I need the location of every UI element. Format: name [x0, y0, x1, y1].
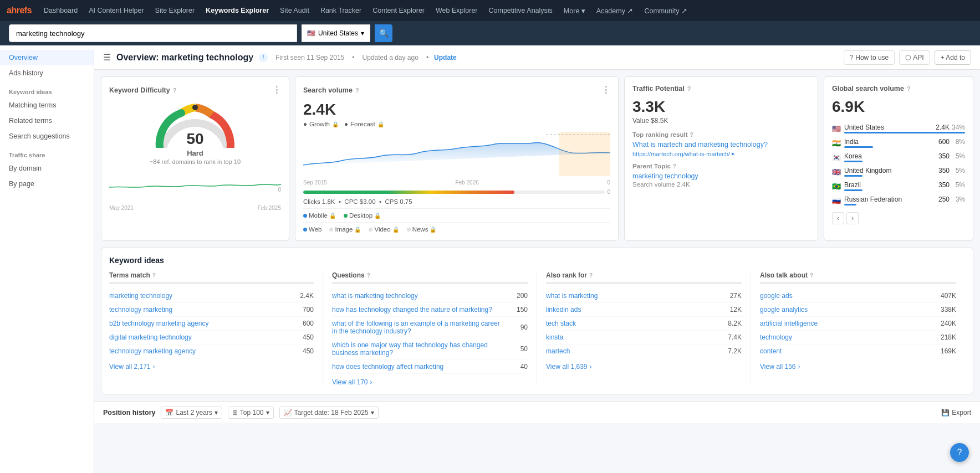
nav-keywords-explorer[interactable]: Keywords Explorer	[201, 0, 273, 21]
sv-info-icon[interactable]: ?	[355, 87, 359, 94]
ki-col-also-rank: Also rank for ? what is marketing 27K li…	[537, 271, 751, 386]
nav-more[interactable]: More ▾	[559, 0, 590, 21]
tp-parent-link[interactable]: marketing technology	[632, 172, 698, 180]
nav-site-audit[interactable]: Site Audit	[275, 0, 314, 21]
nav-dashboard[interactable]: Dashboard	[39, 0, 82, 21]
ki-term-link[interactable]: linkedin ads	[546, 306, 719, 313]
kd-menu-icon[interactable]: ⋮	[272, 85, 281, 95]
ki-term-link[interactable]: what is marketing	[546, 292, 719, 300]
search-button[interactable]: 🔍	[375, 24, 392, 42]
ki-term-link[interactable]: kinsta	[546, 333, 719, 341]
nav-web-explorer[interactable]: Web Explorer	[431, 0, 482, 21]
gsv-country-list: 🇺🇸 United States 2.4K 34% 🇮🇳 India 600 8…	[832, 121, 965, 208]
serp-image: Image 🔒	[329, 226, 361, 233]
menu-icon[interactable]: ☰	[103, 52, 111, 63]
next-arrow-button[interactable]: ›	[846, 212, 859, 224]
nav-content-explorer[interactable]: Content Explorer	[368, 0, 429, 21]
country-bar	[844, 189, 862, 191]
ki-term-link[interactable]: content	[760, 347, 934, 355]
ki-row: google analytics 338K	[760, 303, 956, 317]
ki-term-link[interactable]: how has technology changed the nature of…	[332, 306, 506, 313]
ki-term-link[interactable]: technology marketing	[109, 306, 292, 313]
nav-site-explorer[interactable]: Site Explorer	[151, 0, 200, 21]
terms-match-view-all[interactable]: View all 2,171 ›	[109, 363, 314, 371]
ph-export[interactable]: 💾 Export	[941, 409, 971, 417]
sv-chart-svg	[303, 132, 610, 176]
tp-parent-info[interactable]: ?	[673, 163, 676, 169]
country-row: 🇧🇷 Brazil 350 5%	[832, 179, 965, 193]
tp-ranking-info[interactable]: ?	[690, 132, 693, 138]
sv-serp-row: Web Image 🔒 Video 🔒 News	[303, 226, 610, 233]
ki-term-link[interactable]: digital marketing technology	[109, 333, 292, 341]
gsv-info-icon[interactable]: ?	[907, 85, 911, 92]
ki-term-link[interactable]: artificial intelligence	[760, 320, 934, 327]
ki-term-value: 200	[506, 292, 528, 300]
prev-arrow-button[interactable]: ‹	[832, 212, 844, 224]
country-bar	[844, 132, 965, 133]
ki-term-link[interactable]: b2b technology marketing agency	[109, 320, 292, 327]
ph-top-100-filter[interactable]: ⊞ Top 100 ▾	[228, 407, 274, 419]
questions-view-all[interactable]: View all 170 ›	[332, 378, 528, 386]
nav-rank-tracker[interactable]: Rank Tracker	[316, 0, 366, 21]
search-input[interactable]	[9, 24, 297, 42]
ki-term-link[interactable]: martech	[546, 347, 719, 355]
tp-card-title: Traffic Potential ?	[632, 85, 810, 92]
ki-questions-info[interactable]: ?	[367, 273, 370, 279]
chevron-right3-icon: ›	[590, 363, 592, 371]
sv-menu-icon[interactable]: ⋮	[601, 85, 610, 95]
lock2-icon: 🔒	[377, 121, 384, 127]
ph-target-date-filter[interactable]: 📈 Target date: 18 Feb 2025 ▾	[279, 407, 379, 419]
ph-last-2-years-filter[interactable]: 📅 Last 2 years ▾	[161, 407, 222, 419]
ki-term-link[interactable]: what is marketing technology	[332, 292, 506, 300]
also-rank-view-all[interactable]: View all 1,639 ›	[546, 363, 742, 371]
country-flag: 🇮🇳	[832, 139, 841, 147]
ki-term-link[interactable]: what of the following is an example of a…	[332, 320, 506, 335]
ki-term-link[interactable]: how does technology affect marketing	[332, 363, 506, 371]
tp-ranking-url[interactable]: https://martech.org/what-is-martech/ ▸	[632, 150, 810, 157]
info-icon[interactable]: !	[259, 53, 268, 62]
update-link[interactable]: Update	[434, 54, 457, 61]
country-row: 🇬🇧 United Kingdom 350 5%	[832, 164, 965, 179]
ki-row: google ads 407K	[760, 289, 956, 303]
help-bubble[interactable]: ?	[950, 443, 969, 462]
ki-row: what of the following is an example of a…	[332, 317, 528, 338]
ki-term-link[interactable]: technology	[760, 333, 934, 341]
tp-ranking-link[interactable]: What is martech and marketing technology…	[632, 141, 768, 148]
ki-term-value: 7.2K	[719, 347, 742, 355]
ki-term-link[interactable]: tech stack	[546, 320, 719, 327]
country-selector[interactable]: 🇺🇸 United States ▾	[302, 24, 370, 42]
tp-info-icon[interactable]: ?	[687, 85, 691, 92]
ki-term-link[interactable]: google analytics	[760, 306, 934, 313]
ki-term-link[interactable]: google ads	[760, 292, 934, 300]
nav-competitive-analysis[interactable]: Competitive Analysis	[484, 0, 557, 21]
how-to-use-button[interactable]: ? How to use	[844, 50, 895, 65]
sidebar-item-ads-history[interactable]: Ads history	[0, 65, 94, 81]
ki-term-link[interactable]: technology marketing agency	[109, 347, 292, 355]
ki-row: artificial intelligence 240K	[760, 317, 956, 331]
country-flag: 🇷🇺	[832, 197, 841, 205]
also-talk-view-all[interactable]: View all 156 ›	[760, 363, 956, 371]
add-to-button[interactable]: + Add to	[935, 50, 971, 65]
progress-zero: 0	[607, 189, 610, 195]
sidebar-item-related-terms[interactable]: Related terms	[0, 113, 94, 128]
ki-term-link[interactable]: which is one major way that technology h…	[332, 341, 506, 357]
sidebar-item-by-domain[interactable]: By domain	[0, 161, 94, 176]
logo[interactable]: ahrefs	[7, 6, 32, 16]
sidebar-item-search-suggestions[interactable]: Search suggestions	[0, 128, 94, 144]
serp-video: Video 🔒	[369, 226, 399, 233]
api-button[interactable]: ⬡ API	[899, 50, 930, 65]
ki-also-rank-info[interactable]: ?	[589, 273, 593, 279]
nav-ai-content[interactable]: AI Content Helper	[84, 0, 148, 21]
country-flag: 🇬🇧	[832, 168, 841, 176]
ki-also-talk-info[interactable]: ?	[810, 273, 813, 279]
questions-rows: what is marketing technology 200 how has…	[332, 289, 528, 374]
sv-growth-item: ● Growth 🔒	[303, 121, 339, 127]
nav-community[interactable]: Community ↗	[640, 0, 692, 21]
ki-term-link[interactable]: marketing technology	[109, 292, 292, 300]
sidebar-item-matching-terms[interactable]: Matching terms	[0, 97, 94, 113]
nav-academy[interactable]: Academy ↗	[592, 0, 638, 21]
sidebar-item-overview[interactable]: Overview	[0, 50, 94, 65]
kd-info-icon[interactable]: ?	[173, 87, 177, 94]
sidebar-item-by-page[interactable]: By page	[0, 176, 94, 192]
ki-terms-info[interactable]: ?	[152, 273, 156, 279]
